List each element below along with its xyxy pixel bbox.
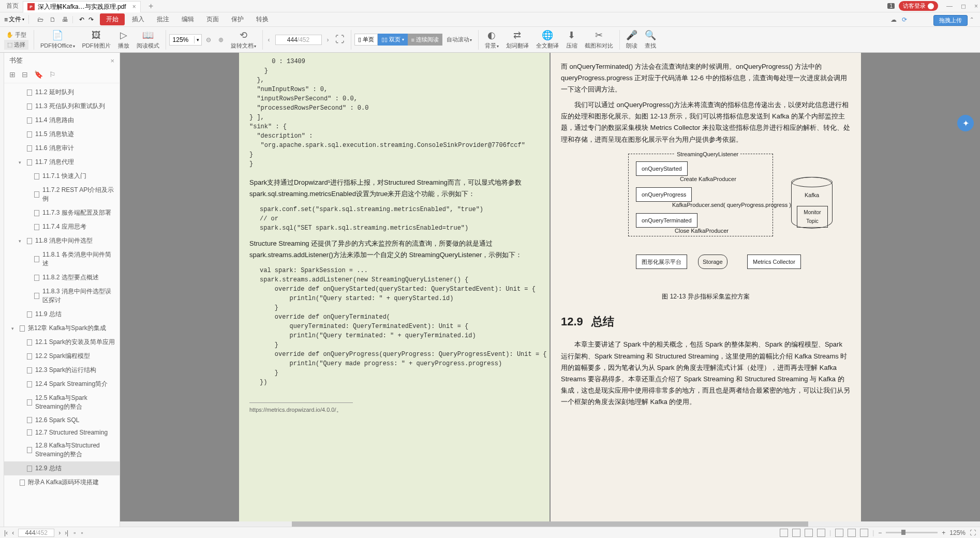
- bookmark-item[interactable]: 11.2 延时队列: [4, 85, 120, 99]
- bookmark-item[interactable]: 11.7.4 应用思考: [4, 220, 120, 234]
- document-view[interactable]: 0 : 13409 } }, "numInputRows" : 0, "inpu…: [120, 53, 980, 527]
- document-tab[interactable]: P 深入理解Kafka…与实践原理.pdf ×: [23, 1, 141, 12]
- minimize-button[interactable]: —: [946, 3, 953, 10]
- bookmark-item[interactable]: 12.1 Spark的安装及简单应用: [4, 335, 120, 349]
- sync-icon[interactable]: ⟳: [902, 16, 907, 23]
- bookmark-item[interactable]: 11.7.3 服务端配置及部署: [4, 206, 120, 220]
- bookmark-item[interactable]: 11.8 消息中间件选型: [4, 234, 120, 248]
- bookmark-item[interactable]: 12.4 Spark Streaming简介: [4, 377, 120, 391]
- hand-tool-button[interactable]: ✋手型: [4, 30, 28, 40]
- print-icon[interactable]: 🖶: [62, 16, 68, 23]
- zoom-slider[interactable]: [886, 532, 938, 533]
- status-page-input[interactable]: 444/452: [18, 529, 54, 537]
- bookmark-item[interactable]: 11.8.3 消息中间件选型误区探讨: [4, 285, 120, 307]
- menu-insert[interactable]: 插入: [127, 14, 150, 25]
- bookmark-item[interactable]: 11.6 消息审计: [4, 141, 120, 155]
- bookmark-icon[interactable]: 🔖: [34, 70, 43, 79]
- first-page-button[interactable]: |‹: [4, 529, 8, 536]
- bookmark-item[interactable]: 11.5 消息轨迹: [4, 127, 120, 141]
- menu-comment[interactable]: 批注: [152, 14, 174, 25]
- redo-icon[interactable]: ↷: [88, 16, 94, 23]
- bookmark-item[interactable]: 12.5 Kafka与Spark Streaming的整合: [4, 391, 120, 414]
- bookmark-item[interactable]: 11.8.2 选型要点概述: [4, 271, 120, 285]
- cloud-icon[interactable]: ☁: [890, 16, 897, 23]
- bookmark-item[interactable]: 12.6 Spark SQL: [4, 414, 120, 426]
- last-page-button[interactable]: ›|: [65, 529, 68, 536]
- bookmark-item[interactable]: 11.7.1 快速入门: [4, 169, 120, 183]
- bookmark-tree[interactable]: 11.2 延时队列11.3 死信队列和重试队列11.4 消息路由11.5 消息轨…: [4, 83, 120, 527]
- view-thumbnail-icon[interactable]: [817, 529, 825, 537]
- bookmark-item[interactable]: 11.9 总结: [4, 307, 120, 321]
- menu-protect[interactable]: 保护: [226, 14, 249, 25]
- status-icon-2[interactable]: ▫: [81, 529, 83, 536]
- expand-all-icon[interactable]: ⊞: [9, 70, 16, 79]
- view-double-icon[interactable]: [805, 529, 813, 537]
- close-window-button[interactable]: ×: [974, 3, 978, 10]
- undo-icon[interactable]: ↶: [79, 16, 84, 23]
- prev-page-button[interactable]: ‹: [266, 36, 272, 43]
- single-page-button[interactable]: ▯单页: [354, 34, 378, 46]
- view-mode-icon-5[interactable]: [835, 529, 843, 537]
- zoom-out-status-icon[interactable]: −: [878, 529, 882, 536]
- horizontal-scrollbar[interactable]: [120, 521, 980, 527]
- login-button[interactable]: 访客登录: [899, 1, 938, 11]
- pdf-to-image-button[interactable]: 🖼 PDF转图片: [79, 30, 114, 50]
- select-tool-button[interactable]: ⬚选择: [4, 40, 28, 50]
- open-icon[interactable]: 🗁: [37, 16, 43, 23]
- rotate-button[interactable]: ⟲ 旋转文档▾: [228, 29, 259, 50]
- bookmark-item[interactable]: 12.9 总结: [4, 461, 120, 475]
- bookmark-item[interactable]: 12.2 Spark编程模型: [4, 349, 120, 363]
- zoom-combo[interactable]: 125% ▾: [169, 34, 202, 46]
- read-mode-button[interactable]: 📖 阅读模式: [133, 29, 162, 50]
- auto-scroll-button[interactable]: 自动滚动▾: [443, 36, 475, 43]
- status-icon-1[interactable]: ▫: [73, 529, 76, 536]
- read-aloud-button[interactable]: 🎤 朗读: [623, 29, 641, 50]
- double-page-button[interactable]: ▯▯双页▾: [378, 34, 408, 46]
- float-assistant-button[interactable]: ✦: [957, 115, 974, 131]
- bookmark-item[interactable]: 11.4 消息路由: [4, 113, 120, 127]
- prev-page-button[interactable]: ‹: [12, 529, 14, 536]
- zoom-in-status-icon[interactable]: +: [942, 529, 945, 536]
- bookmark-item[interactable]: 11.7 消息代理: [4, 155, 120, 169]
- notification-badge[interactable]: 1: [887, 3, 895, 9]
- find-button[interactable]: 🔍 查找: [642, 29, 659, 50]
- bookmark-item[interactable]: 12.3 Spark的运行结构: [4, 363, 120, 377]
- pdf-to-office-button[interactable]: 📄 PDF转Office▾: [37, 29, 78, 50]
- menu-edit[interactable]: 编辑: [176, 14, 199, 25]
- menu-start[interactable]: 开始: [100, 13, 125, 25]
- view-mode-icon-6[interactable]: [848, 529, 856, 537]
- play-button[interactable]: ▷ 播放: [115, 29, 132, 50]
- left-rail[interactable]: [0, 53, 4, 527]
- bookmark-item[interactable]: 11.8.1 各类消息中间件简述: [4, 248, 120, 271]
- close-sidebar-icon[interactable]: ×: [110, 57, 114, 65]
- menu-convert[interactable]: 转换: [251, 14, 274, 25]
- view-mode-icon-7[interactable]: [860, 529, 868, 537]
- save-icon[interactable]: 🗋: [50, 16, 56, 23]
- bookmark-item[interactable]: 11.3 死信队列和重试队列: [4, 99, 120, 113]
- bookmark-item[interactable]: 12.8 Kafka与Structured Streaming的整合: [4, 439, 120, 461]
- bookmark-item[interactable]: 11.7.2 REST API介绍及示例: [4, 183, 120, 206]
- add-tab-button[interactable]: +: [145, 2, 157, 11]
- bookmark-outline-icon[interactable]: ⚐: [49, 70, 56, 79]
- bookmark-item[interactable]: 第12章 Kafka与Spark的集成: [4, 321, 120, 335]
- zoom-out-icon[interactable]: ⊖: [203, 36, 214, 43]
- file-menu[interactable]: ≡ 文件 ▾: [4, 15, 29, 24]
- collapse-all-icon[interactable]: ⊟: [22, 70, 28, 79]
- bookmark-item[interactable]: 12.7 Structured Streaming: [4, 426, 120, 439]
- bookmark-item[interactable]: 附录A Kafka源码环境搭建: [4, 475, 120, 489]
- maximize-button[interactable]: ◻: [961, 3, 966, 10]
- continuous-button[interactable]: ≡连续阅读: [408, 34, 442, 46]
- view-single-icon[interactable]: [780, 529, 788, 537]
- zoom-in-icon[interactable]: ⊕: [215, 36, 227, 43]
- close-tab-icon[interactable]: ×: [132, 3, 136, 10]
- word-translate-button[interactable]: ⇄ 划词翻译: [503, 29, 532, 50]
- background-button[interactable]: ◐ 背景▾: [482, 29, 502, 50]
- next-page-button[interactable]: ›: [325, 36, 331, 43]
- compress-button[interactable]: ⬇ 压缩: [563, 29, 581, 50]
- upload-hint[interactable]: 拖拽上传: [933, 15, 968, 26]
- crop-compare-button[interactable]: ✂ 截图和对比: [582, 29, 616, 50]
- page-input[interactable]: 444/452: [275, 35, 322, 45]
- view-continuous-icon[interactable]: [792, 529, 800, 537]
- collapse-ribbon-icon[interactable]: ⌃: [970, 17, 974, 22]
- scrollbar-thumb[interactable]: [292, 521, 808, 527]
